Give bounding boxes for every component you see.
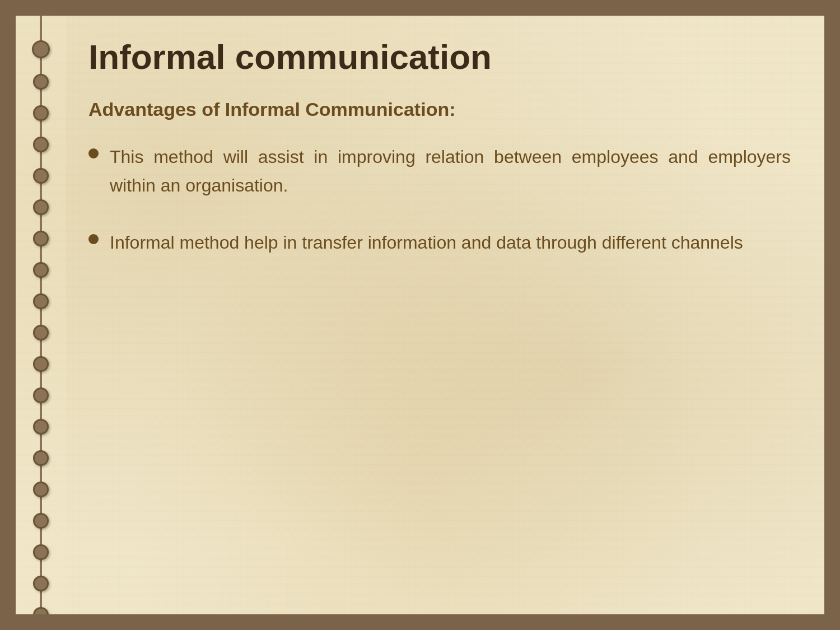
spiral-dot (33, 199, 49, 215)
spiral-dot (33, 419, 49, 435)
bullet-dot-icon (88, 234, 99, 244)
spiral-dot (33, 607, 49, 614)
spiral-dot (33, 356, 49, 372)
slide-outer: Informal communication Advantages of Inf… (11, 11, 829, 619)
spiral-dot (33, 388, 49, 403)
spiral-dot (33, 544, 49, 560)
spiral-dot (33, 74, 49, 90)
spiral-dot (32, 40, 50, 58)
spiral-dot (33, 105, 49, 121)
bullet-dot-icon (88, 148, 99, 158)
spiral-dot (33, 137, 49, 152)
slide-content: Informal communication Advantages of Inf… (16, 16, 824, 614)
spiral-dot (33, 576, 49, 591)
list-item: This method will assist in improving rel… (88, 143, 791, 200)
bullet-text-1: This method will assist in improving rel… (110, 143, 791, 200)
spiral-dot (33, 450, 49, 466)
list-item: Informal method help in transfer informa… (88, 228, 791, 257)
bullet-list: This method will assist in improving rel… (88, 143, 791, 257)
spiral-binding (16, 16, 66, 614)
spiral-dot (33, 168, 49, 184)
spiral-dot (33, 262, 49, 278)
spiral-dot (33, 293, 49, 309)
section-heading: Advantages of Informal Communication: (88, 99, 791, 120)
spiral-dot (33, 513, 49, 529)
spiral-dot (33, 325, 49, 340)
spiral-dot (33, 482, 49, 497)
spiral-dot (33, 231, 49, 246)
page-title: Informal communication (88, 38, 791, 76)
main-content: Informal communication Advantages of Inf… (66, 16, 824, 614)
bullet-text-2: Informal method help in transfer informa… (110, 228, 743, 257)
